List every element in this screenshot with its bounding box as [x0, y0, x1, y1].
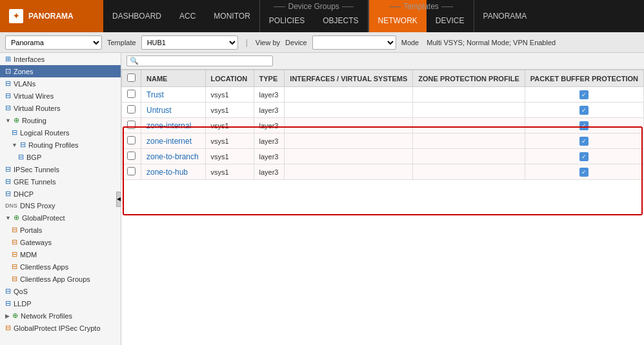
packet-buffer-check-icon: ✓	[579, 152, 589, 161]
search-input[interactable]	[141, 57, 270, 65]
packet-buffer-check-icon: ✓	[579, 106, 589, 115]
panorama-logo-icon: ✦	[9, 9, 23, 23]
sidebar-item-gateways[interactable]: ⊟ Gateways	[0, 236, 121, 248]
row-location: vsys1	[205, 118, 254, 133]
virtual-routers-icon: ⊟	[5, 104, 11, 112]
sidebar-label-qos: QoS	[14, 288, 28, 295]
nav-policies[interactable]: POLICIES	[260, 0, 314, 32]
device-selector[interactable]	[312, 35, 396, 50]
mode-value: Multi VSYS; Normal Mode; VPN Enabled	[427, 39, 556, 46]
row-type: layer3	[254, 133, 285, 149]
row-name-link[interactable]: Untrust	[146, 106, 172, 115]
main-layout: ⊞ Interfaces ⊡ Zones ⊟ VLANs ⊟ Virtual W…	[0, 53, 644, 345]
routing-profiles-icon: ⊟	[20, 141, 26, 149]
zones-icon: ⊡	[5, 67, 11, 75]
row-checkbox[interactable]	[127, 167, 136, 175]
sidebar-label-bgp: BGP	[26, 153, 41, 161]
row-name-link[interactable]: zone-internet	[146, 137, 192, 146]
table-wrap: NAME LOCATION TYPE INTERFACES / VIRTUAL …	[121, 70, 644, 345]
pipe-divider: |	[243, 38, 250, 47]
sidebar-item-dns-proxy[interactable]: DNS DNS Proxy	[0, 200, 121, 212]
row-name-link[interactable]: zone-internal	[146, 121, 191, 130]
sidebar-item-logical-routers[interactable]: ⊟ Logical Routers	[0, 126, 121, 139]
sidebar-label-gp: GlobalProtect	[22, 214, 65, 222]
row-interfaces	[285, 133, 413, 149]
sidebar-item-gre-tunnels[interactable]: ⊟ GRE Tunnels	[0, 175, 121, 188]
sidebar: ⊞ Interfaces ⊡ Zones ⊟ VLANs ⊟ Virtual W…	[0, 53, 121, 345]
header-interfaces: INTERFACES / VIRTUAL SYSTEMS	[285, 70, 413, 87]
nav-network[interactable]: NETWORK	[369, 0, 427, 32]
nav-objects[interactable]: OBJECTS	[314, 0, 367, 32]
sidebar-item-qos[interactable]: ⊟ QoS	[0, 285, 121, 297]
packet-buffer-check-icon: ✓	[579, 168, 589, 177]
sidebar-section-routing-profiles[interactable]: ▼ ⊟ Routing Profiles	[0, 139, 121, 151]
search-box: 🔍	[126, 55, 273, 66]
row-checkbox-cell	[122, 103, 141, 118]
sidebar-label-lldp: LLDP	[14, 300, 32, 308]
sidebar-collapse-button[interactable]: ◀	[116, 192, 121, 207]
sidebar-item-vlans[interactable]: ⊟ VLANs	[0, 77, 121, 90]
gp-ipsec-icon: ⊟	[5, 324, 11, 332]
mdm-icon: ⊟	[12, 250, 17, 259]
nav-panorama[interactable]: PANORAMA	[474, 0, 536, 32]
sidebar-item-virtual-routers[interactable]: ⊟ Virtual Routers	[0, 102, 121, 114]
toolbar: Panorama Template HUB1 | View by Device …	[0, 32, 644, 53]
gateways-icon: ⊟	[12, 238, 17, 246]
row-type: layer3	[254, 118, 285, 133]
template-selector[interactable]: HUB1	[141, 35, 238, 50]
sidebar-item-mdm[interactable]: ⊟ MDM	[0, 248, 121, 261]
lldp-icon: ⊟	[5, 299, 11, 308]
nav-device[interactable]: DEVICE	[427, 0, 474, 32]
row-zone-protection	[413, 133, 525, 149]
sidebar-item-interfaces[interactable]: ⊞ Interfaces	[0, 53, 121, 65]
row-interfaces	[285, 118, 413, 133]
row-interfaces	[285, 103, 413, 118]
sidebar-item-ipsec-tunnels[interactable]: ⊟ IPSec Tunnels	[0, 163, 121, 175]
row-checkbox[interactable]	[127, 90, 136, 98]
nav-acc[interactable]: ACC	[170, 0, 205, 32]
sidebar-label-mdm: MDM	[20, 251, 37, 259]
sidebar-section-network-profiles[interactable]: ▶ ⊕ Network Profiles	[0, 310, 121, 322]
row-checkbox[interactable]	[127, 121, 136, 129]
sidebar-item-bgp[interactable]: ⊟ BGP	[0, 151, 121, 163]
row-location: vsys1	[205, 133, 254, 149]
sidebar-item-gp-ipsec[interactable]: ⊟ GlobalProtect IPSec Crypto	[0, 322, 121, 334]
row-checkbox-cell	[122, 149, 141, 164]
row-name-link[interactable]: Trust	[146, 90, 164, 99]
row-type: layer3	[254, 164, 285, 180]
sidebar-label-logical-routers: Logical Routers	[20, 129, 69, 137]
np-expand-icon: ▶	[5, 313, 10, 319]
nav-dashboard[interactable]: DASHBOARD	[103, 0, 170, 32]
packet-buffer-check-icon: ✓	[579, 137, 589, 146]
sidebar-label-ipsec: IPSec Tunnels	[14, 166, 59, 173]
sidebar-item-clientless-apps[interactable]: ⊟ Clientless Apps	[0, 261, 121, 273]
sidebar-label-routing-profiles: Routing Profiles	[28, 141, 79, 149]
row-checkbox[interactable]	[127, 105, 136, 113]
sidebar-item-lldp[interactable]: ⊟ LLDP	[0, 297, 121, 310]
row-packet-buffer: ✓	[525, 133, 643, 149]
select-all-checkbox[interactable]	[127, 74, 136, 82]
row-interfaces	[285, 87, 413, 103]
row-checkbox[interactable]	[127, 136, 136, 144]
gp-icon: ⊕	[14, 213, 19, 222]
row-location: vsys1	[205, 103, 254, 118]
nav-monitor[interactable]: MONITOR	[205, 0, 259, 32]
row-name-link[interactable]: zone-to-branch	[146, 152, 199, 161]
sidebar-item-dhcp[interactable]: ⊟ DHCP	[0, 188, 121, 200]
sidebar-item-clientless-app-groups[interactable]: ⊟ Clientless App Groups	[0, 273, 121, 285]
row-type: layer3	[254, 149, 285, 164]
sidebar-label-gp-ipsec: GlobalProtect IPSec Crypto	[14, 324, 101, 332]
row-packet-buffer: ✓	[525, 118, 643, 133]
sidebar-section-globalprotect[interactable]: ▼ ⊕ GlobalProtect	[0, 212, 121, 224]
sidebar-label-network-profiles: Network Profiles	[21, 312, 72, 320]
sidebar-section-routing[interactable]: ▼ ⊕ Routing	[0, 114, 121, 126]
sidebar-item-virtual-wires[interactable]: ⊟ Virtual Wires	[0, 90, 121, 102]
sidebar-label-virtual-routers: Virtual Routers	[14, 104, 61, 112]
sidebar-item-zones[interactable]: ⊡ Zones	[0, 65, 121, 77]
context-selector[interactable]: Panorama	[5, 35, 102, 50]
row-checkbox[interactable]	[127, 152, 136, 160]
row-name-link[interactable]: zone-to-hub	[146, 168, 188, 177]
routing-profiles-expand-icon: ▼	[12, 142, 17, 148]
row-packet-buffer: ✓	[525, 164, 643, 180]
sidebar-item-portals[interactable]: ⊟ Portals	[0, 224, 121, 236]
